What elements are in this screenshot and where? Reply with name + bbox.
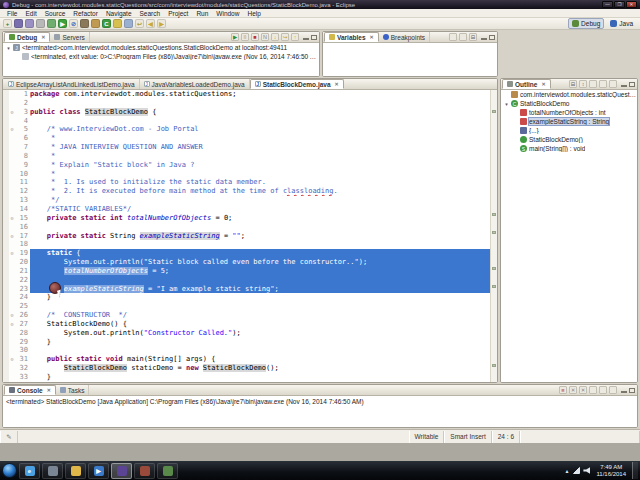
code-line[interactable]: ⊖26 /* CONSTRUCTOR */ (3, 311, 497, 320)
maximize-button[interactable]: ❐ (614, 1, 625, 8)
new-package-icon[interactable] (91, 19, 100, 28)
print-icon[interactable] (36, 19, 45, 28)
volume-icon[interactable] (583, 467, 590, 474)
code-editor[interactable]: 1package com.interviewdot.modules.static… (3, 90, 497, 382)
close-icon[interactable]: ✕ (41, 34, 45, 40)
code-line[interactable]: 4 (3, 117, 497, 126)
suspend-icon[interactable]: II (241, 33, 249, 41)
internet-explorer-icon[interactable]: e (19, 463, 40, 479)
code-line[interactable]: 6 * (3, 134, 497, 143)
menu-edit[interactable]: Edit (21, 10, 40, 17)
occurrence-marker[interactable] (492, 110, 496, 113)
minimize-view-icon[interactable] (481, 38, 487, 40)
resume-icon[interactable]: ▶ (231, 33, 239, 41)
media-player-icon[interactable]: ▶ (88, 463, 109, 479)
debug-process-row[interactable]: <terminated, exit value: 0>C:\Program Fi… (3, 52, 319, 61)
tree-caret-icon[interactable]: ▾ (504, 101, 509, 107)
maximize-view-icon[interactable] (489, 35, 495, 40)
outline-item[interactable]: Smain(String[]) : void (501, 144, 637, 153)
search-icon[interactable] (113, 19, 122, 28)
new-java-project-icon[interactable] (80, 19, 89, 28)
view-tab-debug[interactable]: Debug✕ (4, 32, 50, 42)
code-line[interactable]: 21 totalNumberOfObjects = 5; (3, 267, 497, 276)
hide-fields-icon[interactable] (589, 80, 597, 88)
code-line[interactable]: 7 * JAVA INTERVIEW QUESTION AND ANSWER (3, 143, 497, 152)
view-tab-console[interactable]: Console✕ (4, 385, 56, 395)
minimize-view-icon[interactable] (621, 391, 627, 393)
menu-refactor[interactable]: Refactor (69, 10, 102, 17)
close-icon[interactable]: ✕ (541, 81, 545, 87)
scroll-lock-icon[interactable] (599, 386, 607, 394)
code-line[interactable]: 14 /*STATIC VARIABLES*/ (3, 205, 497, 214)
menu-window[interactable]: Window (212, 10, 243, 17)
menu-help[interactable]: Help (243, 10, 264, 17)
collapse-all-icon[interactable]: ⊟ (569, 80, 577, 88)
hide-non-public-icon[interactable] (609, 80, 617, 88)
code-line[interactable]: 22 (3, 276, 497, 285)
outline-item[interactable]: {...} (501, 126, 637, 135)
code-line[interactable]: ⊖27 StaticBlockDemo() { (3, 320, 497, 329)
outline-item[interactable]: exampleStaticString : String (501, 117, 637, 126)
code-line[interactable]: 13 */ (3, 196, 497, 205)
code-line[interactable]: ⊖3public class StaticBlockDemo { (3, 108, 497, 117)
close-button[interactable]: ✕ (626, 1, 637, 8)
view-tab-outline[interactable]: Outline✕ (502, 79, 551, 89)
taskbar-app-icon-2[interactable] (42, 463, 63, 479)
code-line[interactable]: 24 } (3, 293, 497, 302)
taskbar-app-icon-7[interactable] (157, 463, 178, 479)
close-icon[interactable]: ✕ (370, 34, 374, 40)
tree-caret-icon[interactable]: ▾ (6, 45, 11, 51)
code-line[interactable]: 28 System.out.println("Constructor Calle… (3, 329, 497, 338)
menu-project[interactable]: Project (164, 10, 192, 17)
code-line[interactable]: ⊖15 private static int totalNumberOfObje… (3, 214, 497, 223)
menu-run[interactable]: Run (192, 10, 212, 17)
save-icon[interactable] (14, 19, 23, 28)
collapse-all-icon[interactable]: ⊟ (469, 33, 477, 41)
perspective-debug[interactable]: Debug (568, 18, 604, 29)
remove-all-launches-icon[interactable]: ✕ (579, 386, 587, 394)
maximize-view-icon[interactable] (629, 82, 635, 87)
maximize-view-icon[interactable] (629, 388, 635, 393)
open-task-icon[interactable] (124, 19, 133, 28)
code-line[interactable]: ⊖17 private static String exampleStaticS… (3, 232, 497, 241)
code-line[interactable]: 8 * (3, 152, 497, 161)
disconnect-icon[interactable]: N (261, 33, 269, 41)
close-icon[interactable]: ✕ (335, 81, 339, 87)
hide-static-members-icon[interactable] (599, 80, 607, 88)
view-tab-servers[interactable]: Servers (50, 32, 89, 42)
debug-process-row[interactable]: ▾J<terminated>com.interviewdot.modules.s… (3, 43, 319, 52)
minimize-view-icon[interactable] (303, 38, 309, 40)
code-line[interactable]: 23 exampleStaticString = "I am example s… (3, 285, 497, 294)
code-line[interactable]: 2 (3, 99, 497, 108)
debug-icon[interactable] (47, 19, 56, 28)
occurrence-marker[interactable] (492, 285, 496, 288)
overview-ruler[interactable] (490, 90, 497, 382)
minimize-button[interactable]: — (602, 1, 613, 8)
view-tab-tasks[interactable]: Tasks (56, 385, 90, 395)
taskbar-clock[interactable]: 7:49 AM 11/16/2014 (593, 464, 629, 478)
remove-launch-icon[interactable]: ✕ (569, 386, 577, 394)
outline-item[interactable]: totalNumberOfObjects : int (501, 108, 637, 117)
skip-breakpoints-icon[interactable]: ⊘ (69, 19, 78, 28)
close-icon[interactable]: ✕ (47, 387, 51, 393)
editor-tab-eclipsearraylistandlinkedlistdemo-java[interactable]: JEclipseArrayListAndLinkedListDemo.java (4, 79, 140, 89)
code-line[interactable]: 12 * 2. It is executed before main metho… (3, 187, 497, 196)
step-into-icon[interactable]: ↓ (271, 33, 279, 41)
step-return-icon[interactable]: ↑ (291, 33, 299, 41)
view-tab-variables[interactable]: Variables✕ (324, 32, 379, 42)
code-line[interactable]: 29 } (3, 338, 497, 347)
code-line[interactable]: 9 * Explain "Static block" in Java ? (3, 161, 497, 170)
sort-icon[interactable]: ↕ (579, 80, 587, 88)
maximize-view-icon[interactable] (311, 35, 317, 40)
title-bar[interactable]: Debug - com.interviewdot.modules.staticQ… (0, 0, 640, 9)
view-tab-breakpoints[interactable]: Breakpoints (379, 32, 430, 42)
terminate-icon[interactable]: ■ (251, 33, 259, 41)
network-icon[interactable] (573, 467, 580, 474)
new-class-icon[interactable]: C (102, 19, 111, 28)
menu-search[interactable]: Search (136, 10, 165, 17)
outline-item[interactable]: ▾CStaticBlockDemo (501, 99, 637, 108)
code-line[interactable]: 18 (3, 240, 497, 249)
new-wizard-icon[interactable]: + (3, 19, 12, 28)
pin-console-icon[interactable] (609, 386, 617, 394)
code-line[interactable]: ⊖31 public static void main(String[] arg… (3, 355, 497, 364)
